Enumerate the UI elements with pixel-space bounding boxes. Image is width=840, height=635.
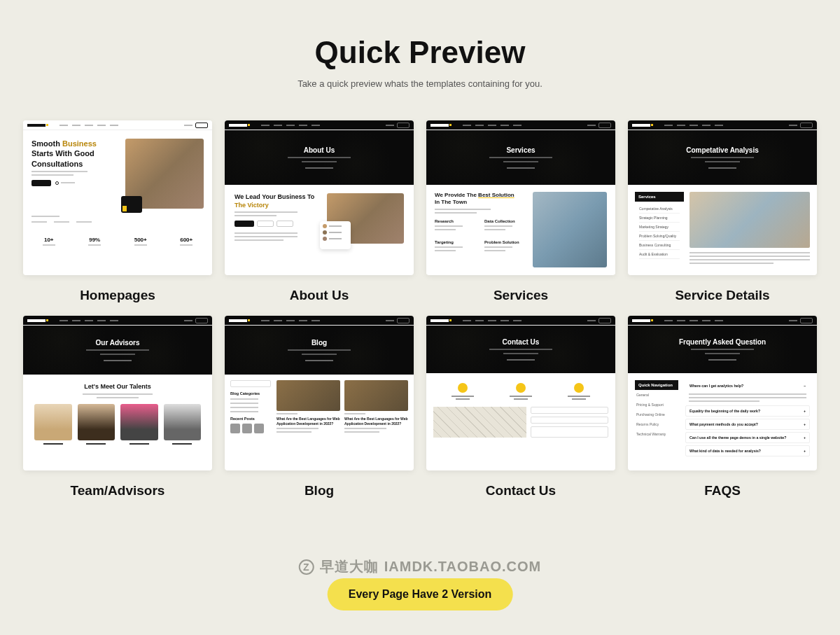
- card-label-details: Service Details: [628, 288, 817, 303]
- card-label-about: About Us: [225, 288, 414, 303]
- blog-hero: Blog: [312, 339, 327, 347]
- watermark-en: IAMDK.TAOBAO.COM: [384, 559, 542, 575]
- team-headline: Let's Meet Our Talents: [29, 383, 206, 391]
- details-side-h: Services: [635, 192, 684, 202]
- dsi-2: Marketing Strategy: [639, 223, 680, 232]
- home-h1: Smooth: [31, 139, 60, 148]
- watermark: Z 早道大咖 IAMDK.TAOBAO.COM: [299, 557, 542, 576]
- svc-h3: In The Town: [435, 199, 467, 205]
- svc-i1: Data Collection: [484, 219, 527, 223]
- details-hero: Competative Analysis: [686, 146, 759, 154]
- fni-3: Returns Policy: [635, 419, 678, 429]
- fq-4: What kind of data is needed for analysis…: [690, 449, 761, 453]
- home-h3: Starts With Good: [31, 149, 94, 158]
- card-label-team: Team/Advisors: [23, 483, 212, 498]
- faq-hero: Frquently Asked Question: [679, 338, 766, 346]
- card-homepages[interactable]: Smooth Business Starts With Good Consult…: [23, 120, 212, 303]
- dsi-1: Strategic Planning: [639, 214, 680, 223]
- about-h1: We Lead Your Business To: [234, 193, 314, 200]
- page-header: Quick Preview Take a quick preview whats…: [23, 35, 817, 89]
- dsi-0: Competative Analysis: [639, 204, 680, 214]
- card-label-blog: Blog: [225, 483, 414, 498]
- svc-h1: We Provide The: [435, 192, 477, 198]
- fq-0: Where can I get analytics help?: [690, 384, 743, 388]
- dsi-4: Business Consulting: [639, 241, 680, 250]
- preview-grid: Smooth Business Starts With Good Consult…: [23, 120, 817, 498]
- home-h2: Business: [62, 139, 97, 148]
- page-subtitle: Take a quick preview whats the templates…: [23, 78, 817, 89]
- home-h4: Consultations: [31, 160, 83, 168]
- svc-i2: Targeting: [435, 240, 477, 244]
- fni-1: Pricing & Support: [635, 400, 678, 410]
- stat-3: 600+: [180, 237, 192, 243]
- services-hero: Services: [506, 146, 535, 154]
- card-label-home: Homepages: [23, 288, 212, 303]
- stat-0: 10+: [43, 237, 55, 243]
- card-about[interactable]: About Us We Lead Your Business To The Vi…: [225, 120, 414, 303]
- blog-cat: Blog Categories: [230, 391, 271, 396]
- blog-recent: Recent Posts: [230, 417, 271, 421]
- fni-0: General: [635, 390, 678, 400]
- watermark-icon: Z: [299, 559, 314, 575]
- fq-3: Can I use all the theme page demos in a …: [690, 435, 786, 440]
- card-label-faq: FAQS: [628, 483, 817, 498]
- card-services[interactable]: Services We Provide The Best Solution In…: [426, 120, 615, 303]
- contact-hero: Contact Us: [503, 338, 540, 346]
- stat-1: 99%: [88, 237, 101, 243]
- version-badge: Every Page Have 2 Version: [328, 578, 513, 610]
- card-details[interactable]: Competative Analysis Services Competativ…: [628, 120, 817, 303]
- dsi-3: Problem Solving/Quality: [639, 232, 680, 241]
- svc-i0: Research: [435, 219, 477, 223]
- fni-4: Technical Warranty: [635, 429, 678, 439]
- fq-2: What payment methods do you accept?: [690, 422, 758, 426]
- dsi-5: Audit & Evaluation: [639, 250, 680, 259]
- blog-p1: What Are the Best Languages for Web Appl…: [276, 417, 340, 426]
- about-h2: The Victory: [234, 202, 269, 209]
- card-label-services: Services: [426, 288, 615, 303]
- team-hero: Our Advisors: [96, 339, 140, 347]
- fq-1: Equality the beginning of the daily work…: [690, 409, 760, 413]
- svc-h2: Best Solution: [478, 192, 514, 198]
- faq-nav-h: Quick Navigation: [635, 380, 678, 390]
- card-label-contact: Contact Us: [426, 483, 615, 498]
- fni-2: Purchasing Online: [635, 410, 678, 419]
- blog-p2: What Are the Best Languages for Web Appl…: [344, 417, 408, 426]
- card-team[interactable]: Our Advisors Let's Meet Our Talents: [23, 316, 212, 498]
- watermark-cn: 早道大咖: [320, 557, 379, 576]
- svc-i3: Problem Solution: [484, 240, 527, 244]
- card-faq[interactable]: Frquently Asked Question Quick Navigatio…: [628, 316, 817, 498]
- card-blog[interactable]: Blog Blog Categories Recent Posts: [225, 316, 414, 498]
- stat-2: 500+: [134, 237, 147, 243]
- page-title: Quick Preview: [23, 35, 817, 70]
- about-hero: About Us: [304, 146, 335, 154]
- card-contact[interactable]: Contact Us Contact Us: [426, 316, 615, 498]
